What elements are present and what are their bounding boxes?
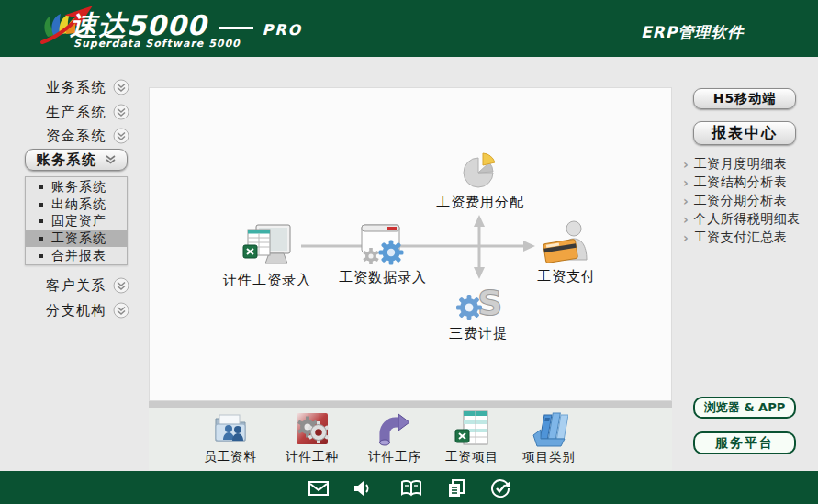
copy-icon[interactable]: [443, 475, 470, 502]
chevron-right-icon: ›: [683, 158, 689, 171]
card-person-icon: [542, 219, 591, 265]
quick-tools-strip: 员工资料: [149, 408, 672, 470]
bullet-icon: [39, 237, 43, 241]
sidebar-item-branches[interactable]: 分支机构: [46, 301, 129, 319]
sidebar-submenu: 账务系统 出纳系统 固定资产 工资系统 合并报表: [25, 176, 128, 265]
chevron-down-circle-icon: [113, 302, 129, 319]
svg-text:S: S: [477, 283, 501, 322]
category-books-icon: [530, 409, 568, 448]
bullet-icon: [39, 219, 43, 223]
gear-money-icon: S: [455, 280, 501, 322]
report-link-structure-analysis[interactable]: › 工资结构分析表: [683, 174, 817, 192]
chevron-down-circle-icon: [113, 128, 129, 144]
sidebar-item-accounting-expanded[interactable]: 账务系统: [25, 149, 128, 171]
chevron-down-circle-icon: [113, 277, 129, 294]
report-link-income-tax-detail[interactable]: › 个人所得税明细表: [683, 210, 817, 229]
report-link-monthly-detail[interactable]: › 工资月度明细表: [683, 155, 817, 174]
tool-piecework-process[interactable]: 计件工序: [355, 409, 434, 465]
sidebar-item-capital[interactable]: 资金系统: [46, 127, 129, 145]
submenu-item-accounting[interactable]: 账务系统: [26, 179, 127, 196]
erp-tagline: ERP管理软件: [641, 22, 744, 43]
workflow-node-three-fee-accrual[interactable]: S 三费计提: [423, 280, 533, 342]
employee-folder-icon: [211, 409, 250, 448]
chevron-right-icon: ›: [683, 213, 689, 226]
task-check-icon[interactable]: [487, 475, 515, 502]
bullet-icon: [39, 254, 43, 258]
bullet-icon: [39, 185, 43, 189]
sound-icon[interactable]: [349, 475, 376, 502]
process-pipe-icon: [375, 409, 414, 448]
horizontal-separator: [149, 401, 672, 408]
browser-app-button[interactable]: 浏览器 & APP: [693, 397, 796, 419]
logo-dash: [219, 27, 253, 29]
report-link-payment-summary[interactable]: › 工资支付汇总表: [683, 229, 817, 247]
submenu-item-cashier[interactable]: 出纳系统: [26, 196, 127, 214]
product-subtitle: Superdata Software 5000: [73, 38, 241, 50]
chevron-down-circle-icon: [113, 79, 129, 95]
submenu-item-fixed-assets[interactable]: 固定资产: [26, 213, 127, 230]
report-links: › 工资月度明细表 › 工资结构分析表 › 工资分期分析表 › 个人所得税明细表…: [683, 155, 817, 247]
workflow-node-salary-expense-allocation[interactable]: 工资费用分配: [425, 151, 535, 211]
sidebar-item-business[interactable]: 业务系统: [46, 78, 129, 96]
product-name: 速达5000: [70, 9, 207, 41]
product-edition: PRO: [263, 21, 303, 39]
app-window: 速达5000PRO Superdata Software 5000 ERP管理软…: [0, 0, 818, 504]
header: 速达5000PRO Superdata Software 5000 ERP管理软…: [0, 0, 818, 57]
sidebar-item-crm[interactable]: 客户关系: [46, 276, 129, 295]
submenu-item-salary-active[interactable]: 工资系统: [26, 230, 127, 248]
chevron-right-icon: ›: [683, 195, 689, 207]
workflow-node-salary-payment[interactable]: 工资支付: [511, 219, 622, 286]
chevron-down-icon: [105, 151, 117, 169]
report-center-button[interactable]: 报表中心: [693, 121, 796, 145]
sidebar-item-production[interactable]: 生产系统: [46, 103, 129, 121]
mail-icon[interactable]: [305, 475, 332, 502]
work-type-gears-icon: [293, 409, 331, 448]
workflow-canvas: 计件工资录入: [149, 87, 672, 401]
chevron-right-icon: ›: [683, 176, 689, 189]
pie-chart-icon: [459, 151, 501, 191]
h5-mobile-button[interactable]: H5移动端: [693, 88, 796, 109]
excel-monitor-icon: [241, 223, 293, 269]
tool-salary-items[interactable]: 工资项目: [432, 409, 511, 465]
workflow-node-piecework-salary-entry[interactable]: 计件工资录入: [212, 223, 322, 289]
chevron-down-circle-icon: [113, 104, 129, 120]
form-gears-icon: [358, 222, 408, 266]
submenu-item-consolidated-report[interactable]: 合并报表: [26, 247, 127, 264]
chevron-right-icon: ›: [683, 231, 689, 244]
tool-piecework-type[interactable]: 计件工种: [273, 409, 352, 465]
bullet-icon: [39, 203, 43, 207]
statusbar: [0, 471, 818, 504]
help-book-icon[interactable]: [398, 475, 425, 502]
tool-employee-data[interactable]: 员工资料: [191, 409, 270, 465]
workflow-node-salary-data-entry[interactable]: 工资数据录入: [328, 222, 438, 286]
report-link-period-analysis[interactable]: › 工资分期分析表: [683, 192, 817, 210]
service-platform-button[interactable]: 服务平台: [693, 431, 796, 454]
salary-sheet-icon: [453, 409, 491, 448]
tool-project-category[interactable]: 项目类别: [510, 409, 588, 465]
